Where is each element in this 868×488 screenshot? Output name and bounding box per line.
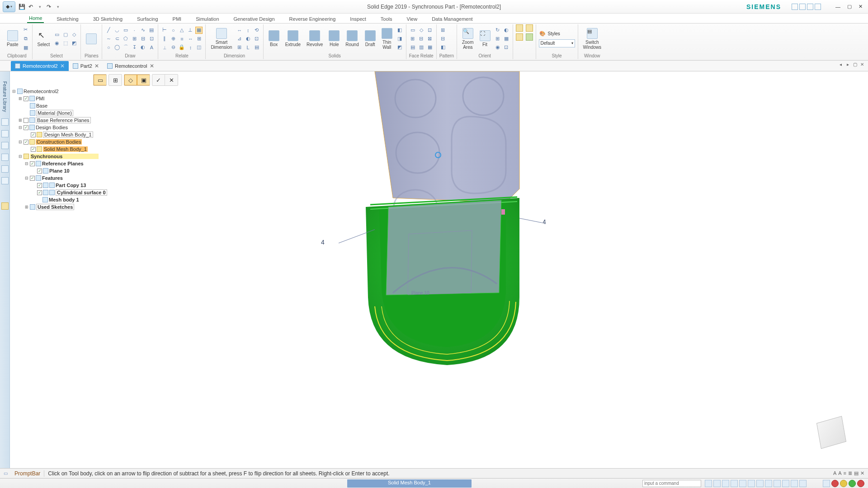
status-icon[interactable] [748, 480, 755, 487]
close-button[interactable]: ✕ [856, 3, 865, 10]
pattern-icon[interactable]: ◧ [439, 44, 447, 51]
tree-node[interactable]: Cylindrical surface 0 [56, 189, 107, 196]
qat-more-icon[interactable]: ▾ [54, 3, 61, 10]
fill-icon[interactable]: ▤ [148, 27, 155, 34]
tree-node[interactable]: Reference Planes [42, 161, 84, 166]
undo-dropdown-icon[interactable]: ▾ [36, 3, 43, 10]
pattern-icon[interactable]: ⊞ [439, 27, 447, 34]
poly-icon[interactable]: ⬠ [122, 35, 129, 42]
orient-icon[interactable]: ↻ [494, 27, 501, 34]
expand-icon[interactable]: ⊟ [24, 176, 29, 180]
fr-icon[interactable]: ⊠ [426, 35, 434, 42]
status-icon[interactable] [739, 480, 746, 487]
stop-icon[interactable] [857, 480, 864, 487]
close-icon[interactable]: ✕ [150, 63, 154, 69]
tab-pmi[interactable]: PMI [171, 15, 184, 23]
relate-icon[interactable]: ∥ [161, 35, 168, 42]
checkbox[interactable]: ✓ [30, 176, 35, 181]
expand-icon[interactable]: ⊟ [12, 89, 16, 94]
offset-icon[interactable]: ⊞ [131, 35, 138, 42]
tab-3d-sketching[interactable]: 3D Sketching [91, 15, 124, 23]
checkbox[interactable]: ✓ [37, 169, 42, 174]
maximize-button[interactable]: ▢ [844, 3, 854, 10]
tab-inspect[interactable]: Inspect [348, 15, 368, 23]
select-opt-icon[interactable]: ⬚ [62, 39, 69, 47]
dim-icon[interactable]: L [245, 44, 252, 51]
status-icon[interactable] [722, 480, 729, 487]
checkbox[interactable]: ✓ [31, 132, 36, 137]
rail-icon[interactable] [1, 154, 9, 161]
warning-icon[interactable] [840, 480, 847, 487]
close-icon[interactable]: ✕ [60, 63, 65, 69]
fr-icon[interactable]: ▥ [418, 44, 425, 51]
relate-icon[interactable]: ⊕ [170, 35, 177, 42]
tree-node[interactable]: PMI [36, 96, 45, 101]
layout-icon-3[interactable] [807, 4, 813, 10]
checkbox[interactable]: ✓ [24, 125, 28, 130]
orient-icon[interactable]: ▦ [503, 35, 510, 42]
status-ok-icon[interactable] [849, 480, 856, 487]
extrude-button[interactable]: Extrude [283, 25, 303, 53]
text-format-icon[interactable]: ≡ [844, 470, 846, 476]
fr-icon[interactable]: ▤ [409, 44, 416, 51]
fit-button[interactable]: ⛶Fit [477, 25, 493, 53]
dim-icon[interactable]: ⊿ [236, 35, 243, 42]
tab-maximize-button[interactable]: ▢ [852, 62, 858, 67]
relate-icon[interactable]: ↔ [187, 35, 194, 42]
status-icon[interactable] [782, 480, 789, 487]
tab-generative-design[interactable]: Generative Design [232, 15, 277, 23]
paste-button[interactable]: Paste [5, 25, 21, 53]
select-opt-icon[interactable]: ◇ [71, 31, 78, 38]
fr-icon[interactable]: ⊟ [418, 35, 425, 42]
rail-icon[interactable] [1, 165, 9, 173]
tab-home[interactable]: Home [27, 14, 44, 23]
checkbox[interactable]: ✓ [30, 161, 35, 166]
fillet-icon[interactable]: ⌒ [122, 44, 129, 51]
feature-library-tab[interactable]: Feature Library [2, 81, 7, 112]
doc-tab-part2[interactable]: Part2✕ [69, 61, 103, 71]
select-opt-icon[interactable]: ◩ [71, 39, 78, 47]
dimension-annotation-left[interactable]: 4 [321, 239, 325, 246]
grid-icon[interactable]: ⊡ [148, 35, 155, 42]
layout-icon-1[interactable] [792, 4, 798, 10]
tab-simulation[interactable]: Simulation [194, 15, 221, 23]
solid-small-icon[interactable]: ◨ [396, 35, 403, 42]
toolbar-icon[interactable]: ▣ [137, 75, 150, 85]
style-cube-icon[interactable] [516, 24, 523, 32]
doc-tab-remotecontrol2[interactable]: Remotecontrol2✕ [11, 61, 69, 71]
fr-icon[interactable]: ⊞ [409, 35, 416, 42]
tree-root[interactable]: Remotecontrol2 [24, 89, 59, 94]
prompt-close-icon[interactable]: ✕ [860, 470, 864, 476]
select-button[interactable]: ↖Select [35, 25, 52, 53]
clipboard-small-icon[interactable]: ▦ [22, 44, 29, 52]
planes-button[interactable] [84, 25, 99, 53]
status-icon[interactable] [791, 480, 798, 487]
project-icon[interactable]: ↧ [131, 44, 138, 51]
cut-icon[interactable]: ✂ [22, 26, 29, 33]
checkbox[interactable]: ✓ [37, 183, 42, 188]
status-icon[interactable] [713, 480, 721, 487]
dim-icon[interactable]: ◐ [245, 35, 252, 42]
thinwall-button[interactable]: Thin Wall [379, 25, 395, 53]
tab-view[interactable]: View [405, 15, 420, 23]
relate-icon[interactable]: ◫ [195, 44, 203, 51]
tab-reverse-engineering[interactable]: Reverse Engineering [288, 15, 338, 23]
expand-icon[interactable]: ⊞ [18, 118, 23, 122]
orient-icon[interactable]: ⊡ [503, 44, 510, 51]
select-opt-icon[interactable]: ▭ [53, 31, 61, 38]
relate-icon[interactable]: ⊥ [187, 27, 194, 34]
tab-surfacing[interactable]: Surfacing [135, 15, 160, 23]
tab-prev-button[interactable]: ◂ [837, 62, 844, 67]
tab-tools[interactable]: Tools [379, 15, 394, 23]
tree-node-highlighted[interactable]: Solid Mesh Body_1 [43, 146, 88, 152]
fr-icon[interactable]: ▦ [426, 44, 434, 51]
tree-node[interactable]: Material (None) [36, 110, 73, 116]
fr-icon[interactable]: ▭ [409, 27, 416, 34]
relate-icon[interactable]: ○ [170, 27, 177, 34]
smart-dimension-button[interactable]: Smart Dimension [208, 25, 234, 53]
style-cube-icon[interactable] [516, 33, 523, 41]
orient-icon[interactable]: ⊞ [494, 35, 501, 42]
text-format-icon[interactable]: A [838, 470, 841, 476]
dim-icon[interactable]: ⟲ [253, 27, 260, 34]
dim-icon[interactable]: ↕ [245, 27, 252, 34]
